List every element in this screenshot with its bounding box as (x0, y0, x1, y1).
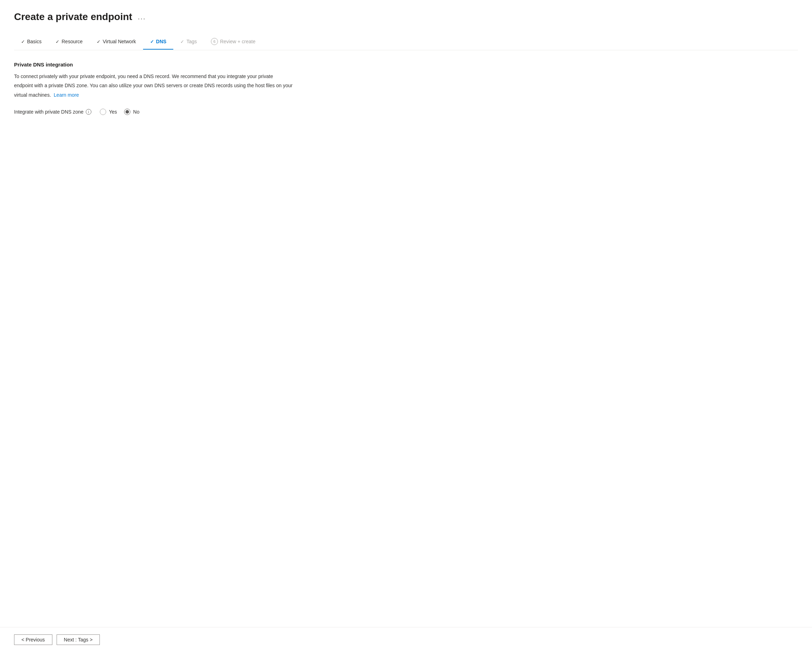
step-dns[interactable]: ✓ DNS (143, 34, 174, 49)
dns-check-icon: ✓ (150, 39, 154, 44)
description-text-3: virtual machines. Learn more (14, 91, 330, 99)
radio-option-no[interactable]: No (124, 109, 140, 115)
learn-more-link[interactable]: Learn more (54, 92, 79, 98)
page-title-row: Create a private endpoint ... (14, 11, 798, 23)
step-tags-label: Tags (186, 39, 197, 44)
step-review-create-label: Review + create (220, 39, 256, 44)
footer: < Previous Next : Tags > (0, 627, 812, 652)
radio-option-yes[interactable]: Yes (100, 109, 117, 115)
step-resource[interactable]: ✓ Resource (49, 34, 90, 49)
step-tags[interactable]: ✓ Tags (173, 34, 204, 49)
next-button[interactable]: Next : Tags > (56, 634, 100, 645)
virtual-network-check-icon: ✓ (97, 39, 101, 44)
main-content: Private DNS integration To connect priva… (14, 61, 330, 115)
review-create-number: 6 (211, 38, 218, 45)
description-text-1: To connect privately with your private e… (14, 72, 330, 80)
page-title: Create a private endpoint (14, 11, 132, 23)
step-resource-label: Resource (61, 39, 82, 44)
radio-circle-yes (100, 109, 106, 115)
previous-button[interactable]: < Previous (14, 634, 52, 645)
info-icon[interactable]: i (86, 109, 92, 115)
step-basics[interactable]: ✓ Basics (14, 34, 49, 49)
tags-check-icon: ✓ (180, 39, 184, 44)
radio-circle-no (124, 109, 130, 115)
resource-check-icon: ✓ (55, 39, 60, 44)
radio-group: Yes No (100, 109, 140, 115)
wizard-steps: ✓ Basics ✓ Resource ✓ Virtual Network ✓ … (14, 34, 798, 50)
step-review-create[interactable]: 6 Review + create (204, 34, 263, 50)
description-text-2: endpoint with a private DNS zone. You ca… (14, 81, 330, 89)
field-row: Integrate with private DNS zone i Yes No (14, 109, 330, 115)
step-virtual-network[interactable]: ✓ Virtual Network (90, 34, 143, 49)
ellipsis-menu-button[interactable]: ... (136, 12, 147, 23)
step-virtual-network-label: Virtual Network (103, 39, 136, 44)
step-basics-label: Basics (27, 39, 41, 44)
field-label-text: Integrate with private DNS zone (14, 109, 84, 115)
step-dns-label: DNS (156, 39, 166, 44)
radio-label-no: No (133, 109, 140, 115)
section-title: Private DNS integration (14, 61, 330, 67)
radio-label-yes: Yes (109, 109, 117, 115)
basics-check-icon: ✓ (21, 39, 25, 44)
field-label: Integrate with private DNS zone i (14, 109, 92, 115)
